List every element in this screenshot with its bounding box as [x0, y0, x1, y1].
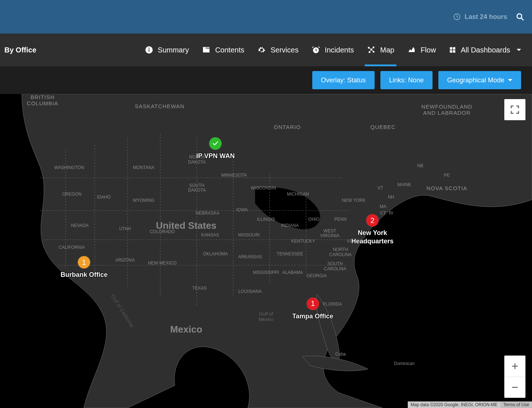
tab-contents[interactable]: Contents: [202, 34, 244, 66]
info-icon: [145, 46, 153, 54]
nav-bar: By Office Summary Contents Services Inci…: [0, 34, 532, 66]
marker-label: New YorkHeadquarters: [351, 229, 394, 245]
tab-label: Incidents: [325, 46, 354, 54]
mode-label: Geographical Mode: [447, 76, 504, 84]
tab-services[interactable]: Services: [257, 34, 298, 66]
svg-line-2: [521, 18, 524, 20]
marker-badge: 2: [366, 214, 379, 227]
fullscreen-icon: [509, 104, 520, 115]
timerange-selector[interactable]: Last 24 hours: [453, 13, 507, 21]
overlay-button[interactable]: Overlay: Status: [312, 71, 375, 89]
links-label: Links: None: [389, 76, 424, 84]
nav-tabs: Summary Contents Services Incidents Map …: [145, 34, 521, 66]
tab-label: Services: [270, 46, 298, 54]
check-icon: [212, 140, 219, 147]
top-header: Last 24 hours: [0, 0, 532, 34]
tab-all-dashboards[interactable]: All Dashboards: [449, 34, 521, 66]
svg-point-5: [148, 48, 149, 49]
svg-rect-13: [450, 47, 453, 50]
flow-icon: [407, 46, 416, 54]
tab-flow[interactable]: Flow: [407, 34, 436, 66]
marker-ny-hq[interactable]: 2New YorkHeadquarters: [351, 214, 394, 245]
fullscreen-button[interactable]: [504, 99, 525, 120]
grid-icon: [449, 46, 456, 54]
folder-icon: [202, 46, 211, 54]
map-container[interactable]: United StatesMexicoONTARIOQUEBECSASKATCH…: [0, 94, 532, 408]
svg-rect-6: [203, 47, 210, 48]
chevron-down-icon: [508, 79, 512, 81]
marker-badge: 1: [78, 256, 90, 268]
tab-label: Map: [380, 46, 394, 54]
chevron-down-icon: [517, 49, 521, 51]
timerange-label: Last 24 hours: [465, 13, 507, 21]
marker-label: Tampa Office: [292, 312, 333, 321]
zoom-controls: + −: [504, 356, 525, 398]
tab-label: Flow: [420, 46, 436, 54]
overlay-label: Overlay: Status: [321, 76, 366, 84]
marker-badge: 1: [306, 298, 319, 310]
marker-ip-vpn-wan[interactable]: IP VPN WAN: [196, 137, 235, 160]
marker-label: IP VPN WAN: [196, 152, 235, 160]
zoom-out-button[interactable]: −: [504, 377, 525, 398]
mode-button[interactable]: Geographical Mode: [438, 71, 521, 89]
svg-rect-15: [450, 50, 453, 53]
svg-rect-14: [453, 47, 455, 50]
map-nodes-icon: [367, 46, 376, 54]
map-attribution: Map data ©2020 Google, INEGI, ORION-ME T…: [408, 401, 532, 408]
attribution-data: Map data ©2020 Google, INEGI, ORION-ME: [408, 401, 500, 408]
svg-rect-4: [149, 49, 149, 52]
svg-rect-16: [453, 50, 455, 53]
gear-icon: [257, 46, 266, 54]
tab-incidents[interactable]: Incidents: [312, 34, 354, 66]
marker-burbank[interactable]: 1Burbank Office: [60, 256, 107, 279]
marker-badge: [209, 137, 222, 150]
tab-label: All Dashboards: [461, 46, 510, 54]
terms-link[interactable]: Terms of Use: [500, 401, 532, 408]
tab-summary[interactable]: Summary: [145, 34, 189, 66]
search-icon[interactable]: [515, 12, 525, 21]
tab-label: Summary: [158, 46, 189, 54]
alarm-icon: [312, 46, 320, 54]
zoom-in-button[interactable]: +: [504, 356, 525, 377]
page-title: By Office: [4, 46, 36, 54]
clock-icon: [453, 13, 461, 21]
map-base: [0, 94, 532, 408]
svg-point-8: [368, 47, 370, 49]
svg-point-1: [517, 14, 522, 19]
filter-bar: Overlay: Status Links: None Geographical…: [0, 66, 532, 94]
tab-map[interactable]: Map: [367, 34, 394, 66]
links-button[interactable]: Links: None: [380, 71, 433, 89]
marker-label: Burbank Office: [60, 271, 107, 279]
tab-label: Contents: [215, 46, 244, 54]
marker-tampa[interactable]: 1Tampa Office: [292, 298, 333, 321]
